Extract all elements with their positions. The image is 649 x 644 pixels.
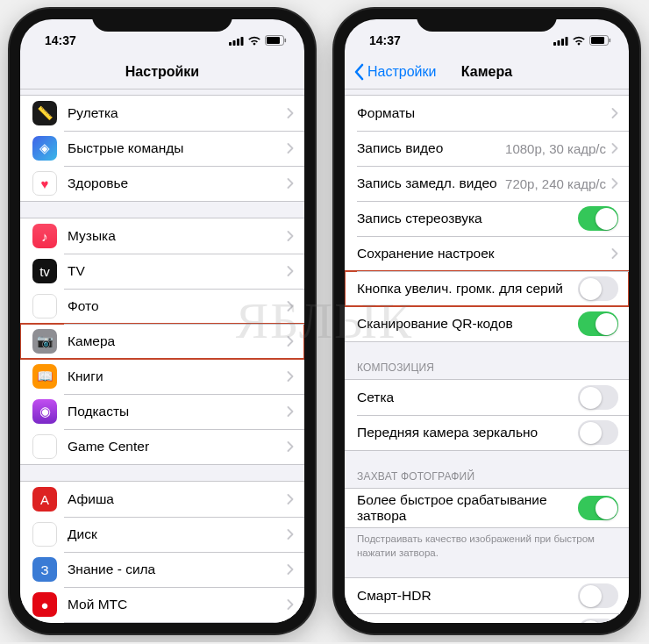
- setting-row[interactable]: Кнопка увелич. громк. для серий: [345, 271, 629, 306]
- section-header: КОМПОЗИЦИЯ: [345, 358, 629, 379]
- setting-row[interactable]: Запись видео1080p, 30 кадр/с: [345, 131, 629, 166]
- battery-icon: [589, 35, 611, 46]
- status-indicators: [553, 35, 611, 46]
- svg-rect-5: [267, 37, 280, 44]
- back-button[interactable]: Настройки: [353, 63, 436, 81]
- setting-row[interactable]: Смарт-HDR: [345, 578, 629, 613]
- app-icon: tv: [32, 259, 57, 283]
- setting-row[interactable]: Запись стереозвука: [345, 201, 629, 236]
- row-label: Форматы: [357, 105, 611, 121]
- row-label: Подкасты: [68, 404, 287, 419]
- app-icon: З: [32, 557, 57, 582]
- chevron-right-icon: [287, 371, 294, 382]
- screen-left: 14:37 Настройки 📏Рулетка◈Быстрые команды…: [20, 19, 304, 623]
- toggle-switch[interactable]: [578, 496, 618, 520]
- row-label: Смарт-HDR: [357, 588, 578, 604]
- setting-row[interactable]: Оставлять оригинал: [345, 613, 629, 623]
- setting-row[interactable]: Сканирование QR-кодов: [345, 306, 629, 341]
- toggle-switch[interactable]: [578, 311, 618, 336]
- row-label: Фото: [68, 298, 287, 314]
- row-label: Быстрые команды: [68, 140, 287, 156]
- svg-rect-10: [566, 37, 568, 46]
- setting-row[interactable]: Передняя камера зеркально: [345, 415, 629, 450]
- svg-rect-0: [229, 42, 232, 46]
- row-label: TV: [68, 263, 287, 279]
- setting-row[interactable]: Сетка: [345, 380, 629, 415]
- settings-row-подкасты[interactable]: ◉Подкасты: [20, 394, 304, 429]
- row-label: Книги: [68, 369, 287, 384]
- phone-left: 14:37 Настройки 📏Рулетка◈Быстрые команды…: [10, 9, 315, 633]
- setting-row[interactable]: Более быстрое срабатывание затвора: [345, 489, 629, 527]
- row-label: Музыка: [68, 228, 287, 244]
- row-detail: 1080p, 30 кадр/с: [505, 141, 606, 156]
- app-icon: 📖: [32, 364, 57, 389]
- row-label: Кнопка увелич. громк. для серий: [357, 281, 578, 297]
- setting-row[interactable]: Запись замедл. видео720p, 240 кадр/с: [345, 166, 629, 201]
- toggle-switch[interactable]: [578, 206, 618, 231]
- chevron-right-icon: [287, 108, 294, 118]
- row-label: Рулетка: [68, 105, 287, 121]
- app-icon: ◈: [32, 136, 57, 161]
- settings-row-музыка[interactable]: ♪Музыка: [20, 218, 304, 254]
- svg-rect-12: [591, 37, 604, 44]
- toggle-switch[interactable]: [578, 385, 618, 410]
- app-icon: ♥: [32, 171, 57, 196]
- chevron-right-icon: [287, 529, 294, 540]
- row-label: Game Center: [68, 439, 287, 454]
- chevron-right-icon: [287, 301, 294, 311]
- row-label: Передняя камера зеркально: [357, 425, 578, 440]
- phone-right: 14:37 Настройки Камера ФорматыЗапись вид…: [334, 9, 639, 633]
- svg-rect-3: [241, 37, 244, 46]
- settings-row-знание-сила[interactable]: ЗЗнание - сила: [20, 552, 304, 587]
- row-label: Сетка: [357, 390, 578, 405]
- row-label: Афиша: [68, 491, 287, 507]
- chevron-right-icon: [611, 248, 618, 259]
- settings-row-быстрые-команды[interactable]: ◈Быстрые команды: [20, 131, 304, 166]
- svg-rect-8: [558, 40, 560, 46]
- row-label: Сохранение настроек: [357, 246, 611, 261]
- settings-row-диск[interactable]: ◔Диск: [20, 517, 304, 552]
- settings-row-здоровье[interactable]: ♥Здоровье: [20, 166, 304, 201]
- camera-settings-list[interactable]: ФорматыЗапись видео1080p, 30 кадр/сЗапис…: [345, 89, 629, 623]
- chevron-right-icon: [611, 108, 618, 118]
- toggle-switch[interactable]: [578, 420, 618, 445]
- status-time: 14:37: [369, 33, 401, 47]
- settings-row-афиша[interactable]: ААфиша: [20, 482, 304, 517]
- app-icon: ♪: [32, 224, 57, 248]
- nav-header: Настройки Камера: [345, 54, 629, 89]
- toggle-switch[interactable]: [578, 619, 618, 623]
- app-icon: ●: [32, 592, 57, 617]
- settings-row-рулетка[interactable]: 📏Рулетка: [20, 96, 304, 131]
- settings-row-фото[interactable]: ✿Фото: [20, 289, 304, 324]
- chevron-right-icon: [287, 231, 294, 241]
- status-time: 14:37: [45, 33, 76, 47]
- row-label: Здоровье: [68, 175, 287, 191]
- settings-row-книги[interactable]: 📖Книги: [20, 359, 304, 394]
- wifi-icon: [572, 36, 586, 46]
- settings-row-навигатор[interactable]: ▲Навигатор: [20, 622, 304, 623]
- row-label: Знание - сила: [68, 562, 287, 577]
- chevron-right-icon: [287, 336, 294, 347]
- row-label: Запись стереозвука: [357, 211, 578, 226]
- svg-rect-9: [561, 39, 564, 46]
- chevron-right-icon: [287, 143, 294, 154]
- settings-row-камера[interactable]: 📷Камера: [20, 324, 304, 359]
- chevron-right-icon: [287, 564, 294, 575]
- settings-row-мой-мтс[interactable]: ●Мой МТС: [20, 587, 304, 622]
- chevron-right-icon: [287, 441, 294, 452]
- settings-list[interactable]: 📏Рулетка◈Быстрые команды♥Здоровье♪Музыка…: [20, 89, 304, 623]
- app-icon: ◔: [32, 522, 57, 547]
- setting-row[interactable]: Форматы: [345, 96, 629, 131]
- svg-rect-13: [610, 39, 611, 42]
- row-label: Камера: [68, 333, 287, 349]
- settings-row-tv[interactable]: tvTV: [20, 254, 304, 289]
- nav-header: Настройки: [20, 54, 304, 89]
- setting-row[interactable]: Сохранение настроек: [345, 236, 629, 271]
- toggle-switch[interactable]: [578, 583, 618, 608]
- page-title: Настройки: [20, 64, 304, 80]
- toggle-switch[interactable]: [578, 276, 618, 301]
- settings-row-game-center[interactable]: ✦Game Center: [20, 429, 304, 464]
- row-label: Диск: [68, 526, 287, 542]
- app-icon: ◉: [32, 399, 57, 424]
- app-icon: ✦: [32, 434, 57, 459]
